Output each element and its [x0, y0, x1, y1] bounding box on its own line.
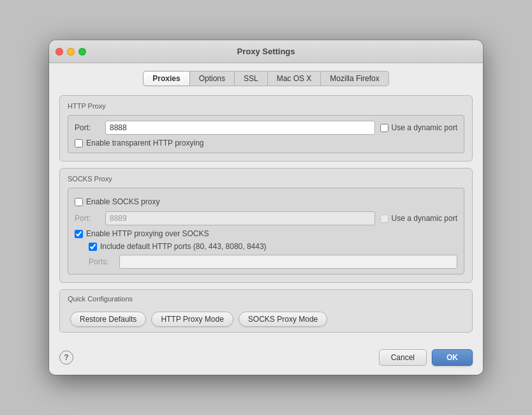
- socks-ports-label: Ports:: [89, 257, 114, 266]
- socks-ports-row: Ports:: [75, 255, 457, 269]
- http-port-row: Port: Use a dynamic port: [75, 121, 457, 135]
- http-proxy-inner: Port: Use a dynamic port Enable transpar…: [68, 115, 464, 153]
- http-proxy-label: HTTP Proxy: [68, 102, 464, 110]
- maximize-button[interactable]: [78, 48, 86, 56]
- socks-http-over-socks-row: Enable HTTP proxying over SOCKS: [75, 229, 457, 238]
- restore-defaults-button[interactable]: Restore Defaults: [70, 312, 146, 327]
- socks-ports-input[interactable]: [119, 255, 457, 269]
- quick-config-label: Quick Configurations: [68, 290, 464, 303]
- socks-dynamic-port-row: Use a dynamic port: [380, 214, 457, 223]
- close-button[interactable]: [55, 48, 63, 56]
- socks-port-input[interactable]: [105, 211, 375, 225]
- tab-options[interactable]: Options: [190, 71, 235, 86]
- socks-proxy-section: SOCKS Proxy Enable SOCKS proxy Port: Use…: [59, 168, 473, 283]
- socks-proxy-label: SOCKS Proxy: [68, 175, 464, 183]
- socks-http-over-socks-label: Enable HTTP proxying over SOCKS: [86, 229, 209, 238]
- socks-enable-checkbox[interactable]: [75, 198, 83, 206]
- socks-proxy-mode-button[interactable]: SOCKS Proxy Mode: [239, 312, 327, 327]
- main-content: Proxies Options SSL Mac OS X Mozilla Fir…: [49, 63, 483, 343]
- socks-dynamic-port-label: Use a dynamic port: [392, 214, 457, 223]
- minimize-button[interactable]: [67, 48, 75, 56]
- ok-button[interactable]: OK: [432, 349, 473, 366]
- tab-proxies[interactable]: Proxies: [143, 71, 189, 86]
- proxy-settings-window: Proxy Settings Proxies Options SSL Mac O…: [49, 40, 483, 375]
- http-transparent-label: Enable transparent HTTP proxying: [86, 139, 204, 147]
- socks-include-ports-row: Include default HTTP ports (80, 443, 808…: [75, 242, 457, 251]
- http-dynamic-port-checkbox[interactable]: [380, 124, 388, 132]
- tab-bar: Proxies Options SSL Mac OS X Mozilla Fir…: [59, 71, 473, 86]
- tab-ssl[interactable]: SSL: [235, 71, 268, 86]
- http-transparent-checkbox[interactable]: [75, 139, 83, 147]
- tab-macosx[interactable]: Mac OS X: [268, 71, 321, 86]
- title-bar: Proxy Settings: [49, 40, 483, 63]
- socks-port-row: Port: Use a dynamic port: [75, 211, 457, 225]
- footer-action-buttons: Cancel OK: [379, 349, 473, 366]
- http-port-input[interactable]: [105, 121, 375, 135]
- window-title: Proxy Settings: [237, 47, 295, 56]
- footer: ? Cancel OK: [49, 343, 483, 375]
- socks-include-ports-checkbox[interactable]: [89, 243, 97, 251]
- socks-proxy-inner: Enable SOCKS proxy Port: Use a dynamic p…: [68, 188, 464, 275]
- socks-http-over-socks-checkbox[interactable]: [75, 230, 83, 238]
- http-proxy-section: HTTP Proxy Port: Use a dynamic port Enab…: [59, 95, 473, 162]
- http-transparent-row: Enable transparent HTTP proxying: [75, 139, 457, 147]
- socks-port-label: Port:: [75, 214, 100, 223]
- help-button[interactable]: ?: [59, 351, 73, 365]
- http-dynamic-port-row: Use a dynamic port: [380, 123, 457, 132]
- tab-firefox[interactable]: Mozilla Firefox: [321, 71, 388, 86]
- socks-enable-label: Enable SOCKS proxy: [86, 197, 159, 206]
- traffic-lights: [55, 48, 86, 56]
- http-port-label: Port:: [75, 123, 100, 132]
- http-proxy-mode-button[interactable]: HTTP Proxy Mode: [151, 312, 233, 327]
- quick-config-section: Quick Configurations Restore Defaults HT…: [59, 289, 473, 333]
- socks-enable-row: Enable SOCKS proxy: [75, 197, 457, 206]
- quick-config-buttons: Restore Defaults HTTP Proxy Mode SOCKS P…: [68, 306, 464, 332]
- socks-include-ports-label: Include default HTTP ports (80, 443, 808…: [100, 242, 267, 251]
- socks-dynamic-port-checkbox[interactable]: [380, 215, 388, 223]
- http-dynamic-port-label: Use a dynamic port: [392, 123, 457, 132]
- cancel-button[interactable]: Cancel: [379, 349, 427, 366]
